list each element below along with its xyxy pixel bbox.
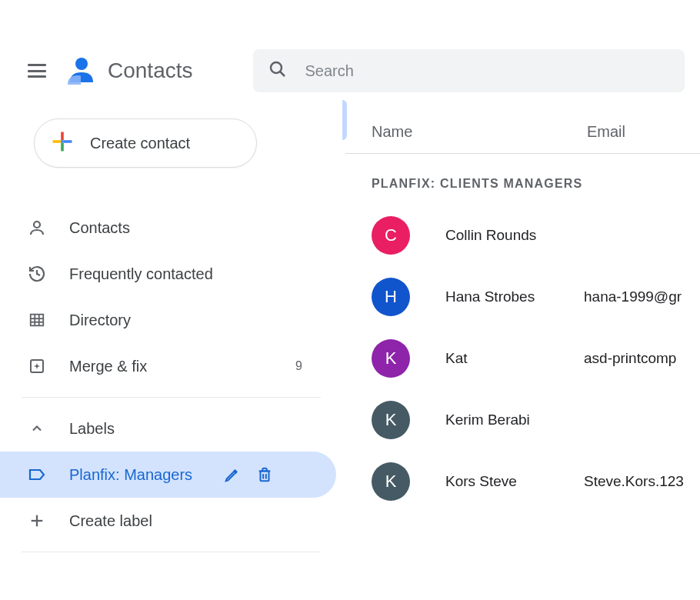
sparkle-icon bbox=[28, 357, 46, 375]
search-icon bbox=[268, 60, 287, 82]
svg-point-8 bbox=[34, 222, 40, 228]
contact-row[interactable]: KKerim Berabi bbox=[345, 389, 700, 451]
trash-icon[interactable] bbox=[255, 465, 274, 484]
nav-label: Merge & fix bbox=[69, 358, 147, 375]
column-headers: Name Email bbox=[345, 111, 700, 154]
label-icon bbox=[28, 465, 46, 484]
svg-rect-6 bbox=[64, 140, 72, 143]
avatar: K bbox=[372, 462, 410, 501]
plus-icon bbox=[28, 512, 46, 530]
contact-name: Hana Strobes bbox=[445, 288, 584, 305]
contact-name: Collin Rounds bbox=[445, 227, 584, 244]
column-header-name[interactable]: Name bbox=[372, 123, 587, 141]
search-bar[interactable] bbox=[253, 49, 685, 92]
label-item-planfix-managers[interactable]: Planfix: Managers bbox=[0, 452, 336, 498]
nav-directory[interactable]: Directory bbox=[0, 297, 336, 343]
menu-icon[interactable] bbox=[28, 62, 46, 80]
selection-indicator bbox=[342, 100, 347, 140]
section-title: PLANFIX: CLIENTS MANAGERS bbox=[345, 154, 700, 205]
avatar: K bbox=[372, 401, 410, 439]
column-header-email[interactable]: Email bbox=[587, 123, 625, 141]
nav-label: Contacts bbox=[69, 219, 130, 237]
pencil-icon[interactable] bbox=[223, 465, 242, 484]
main-panel: Name Email PLANFIX: CLIENTS MANAGERS CCo… bbox=[342, 95, 700, 600]
avatar: C bbox=[372, 216, 410, 255]
chevron-up-icon bbox=[28, 419, 46, 438]
contact-name: Kors Steve bbox=[445, 473, 584, 490]
sidebar: Create contact Contacts bbox=[0, 95, 342, 600]
labels-header: Labels bbox=[69, 420, 115, 438]
svg-rect-7 bbox=[61, 140, 64, 143]
plus-multicolor-icon bbox=[50, 129, 75, 158]
create-label-text: Create label bbox=[69, 512, 152, 530]
contact-email: asd-printcomp bbox=[584, 350, 676, 367]
svg-rect-4 bbox=[61, 142, 64, 151]
contact-row[interactable]: CCollin Rounds bbox=[345, 205, 700, 266]
contact-list: CCollin RoundsHHana Strobeshana-1999@grK… bbox=[345, 205, 700, 512]
contact-row[interactable]: HHana Strobeshana-1999@gr bbox=[345, 266, 700, 328]
svg-point-0 bbox=[75, 58, 88, 70]
create-contact-label: Create contact bbox=[90, 135, 190, 152]
nav-label: Directory bbox=[69, 312, 131, 329]
avatar: K bbox=[372, 339, 410, 378]
labels-section-toggle[interactable]: Labels bbox=[0, 405, 336, 452]
building-icon bbox=[28, 311, 46, 329]
contact-email: Steve.Kors.123 bbox=[584, 473, 684, 490]
label-text: Planfix: Managers bbox=[69, 466, 200, 484]
contact-row[interactable]: KKatasd-printcomp bbox=[345, 328, 700, 389]
merge-fix-count: 9 bbox=[295, 359, 302, 373]
nav-merge-fix[interactable]: Merge & fix 9 bbox=[0, 343, 336, 389]
divider bbox=[22, 397, 321, 398]
avatar: H bbox=[372, 278, 410, 316]
nav-label: Frequently contacted bbox=[69, 265, 213, 283]
create-label-button[interactable]: Create label bbox=[0, 498, 336, 544]
svg-line-2 bbox=[280, 72, 285, 76]
contacts-logo-icon bbox=[65, 55, 95, 86]
contact-row[interactable]: KKors SteveSteve.Kors.123 bbox=[345, 451, 700, 512]
svg-rect-15 bbox=[261, 471, 269, 481]
create-contact-button[interactable]: Create contact bbox=[34, 118, 257, 168]
divider bbox=[22, 552, 321, 552]
topbar: Contacts bbox=[0, 46, 700, 95]
svg-rect-5 bbox=[53, 140, 62, 143]
svg-rect-3 bbox=[61, 132, 64, 140]
contact-name: Kat bbox=[445, 350, 584, 367]
contact-email: hana-1999@gr bbox=[584, 288, 682, 305]
history-icon bbox=[28, 265, 46, 283]
app-title: Contacts bbox=[108, 58, 193, 83]
svg-rect-9 bbox=[31, 315, 44, 326]
person-icon bbox=[28, 218, 46, 237]
nav-contacts[interactable]: Contacts bbox=[0, 205, 336, 251]
logo[interactable]: Contacts bbox=[65, 55, 193, 86]
nav-frequent[interactable]: Frequently contacted bbox=[0, 251, 336, 297]
search-input[interactable] bbox=[305, 62, 670, 80]
svg-point-1 bbox=[271, 62, 282, 73]
contact-name: Kerim Berabi bbox=[445, 412, 584, 428]
